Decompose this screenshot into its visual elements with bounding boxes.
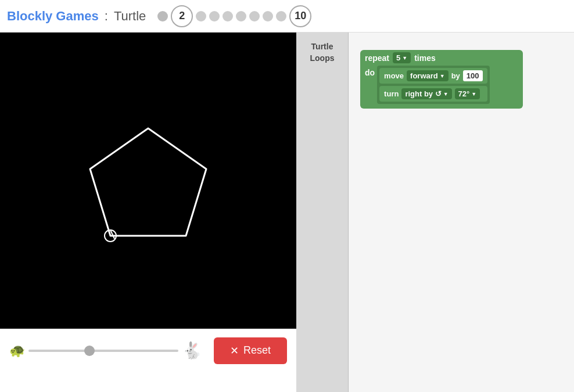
turn-angle-dropdown[interactable]: 72°	[455, 88, 480, 99]
level-dots: 2 10	[157, 5, 311, 27]
canvas-area: 🐢 🐇 ✕ Reset	[0, 33, 296, 392]
turtle-drawing	[0, 33, 296, 329]
repeat-keyword: repeat	[365, 53, 389, 63]
level-dot-10[interactable]: 10	[289, 5, 311, 27]
main-area: 🐢 🐇 ✕ Reset Turtle Loops repeat 5 times	[0, 33, 574, 392]
reset-icon: ✕	[230, 344, 239, 357]
level-dot-1[interactable]	[157, 11, 168, 21]
reset-label: Reset	[243, 344, 271, 357]
repeat-header: repeat 5 times	[365, 52, 518, 63]
repeat-count-dropdown[interactable]: 5	[393, 52, 411, 63]
level-dot-4[interactable]	[209, 11, 220, 21]
do-body: do move forward by 100 turn r	[365, 66, 518, 104]
move-amount-box[interactable]: 100	[463, 70, 483, 81]
level-dot-8[interactable]	[263, 11, 273, 21]
repeat-block[interactable]: repeat 5 times do move forward by	[360, 50, 523, 109]
level-dot-2[interactable]: 2	[171, 5, 193, 27]
sidebar-label-loops: Loops	[310, 53, 335, 63]
sidebar-label-turtle: Turtle	[311, 42, 333, 51]
level-dot-7[interactable]	[249, 11, 260, 21]
sidebar: Turtle Loops	[296, 33, 349, 392]
forward-dropdown[interactable]: forward	[407, 70, 449, 81]
turn-keyword: turn	[384, 89, 399, 98]
do-label-col: do	[365, 66, 377, 104]
turn-direction-dropdown[interactable]: right by ↺	[401, 88, 451, 99]
brand-blockly: Blockly Games	[7, 9, 99, 24]
do-keyword: do	[365, 68, 375, 77]
times-keyword: times	[414, 53, 436, 63]
by-keyword: by	[451, 71, 460, 80]
turn-block[interactable]: turn right by ↺ 72°	[379, 86, 487, 102]
fast-turtle-icon: 🐇	[182, 341, 202, 360]
reset-button[interactable]: ✕ Reset	[214, 337, 287, 364]
controls-bar: 🐢 🐇 ✕ Reset	[0, 329, 296, 372]
speed-slider[interactable]	[28, 350, 178, 352]
speed-control: 🐢 🐇	[9, 341, 202, 360]
brand-turtle: Turtle	[114, 9, 146, 24]
blockly-workspace[interactable]: repeat 5 times do move forward by	[349, 33, 574, 392]
level-dot-5[interactable]	[223, 11, 233, 21]
turtle-canvas-container	[0, 33, 296, 329]
level-dot-6[interactable]	[236, 11, 246, 21]
inner-blocks: move forward by 100 turn right by ↺ 72°	[377, 66, 489, 104]
move-block[interactable]: move forward by 100	[379, 68, 487, 84]
level-dot-9[interactable]	[276, 11, 286, 21]
slow-turtle-icon: 🐢	[9, 343, 25, 358]
block-container: repeat 5 times do move forward by	[360, 50, 523, 109]
header: Blockly Games : Turtle 2 10	[0, 0, 574, 33]
move-keyword: move	[384, 71, 404, 80]
brand-sep: :	[105, 9, 108, 24]
svg-marker-0	[90, 128, 206, 236]
level-dot-3[interactable]	[196, 11, 206, 21]
